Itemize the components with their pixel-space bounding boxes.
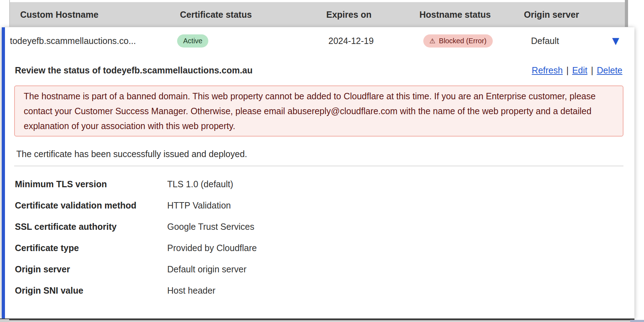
field-row-certificate-validation-method: Certificate validation method HTTP Valid… <box>15 195 620 216</box>
field-value: HTTP Validation <box>167 195 231 216</box>
vertical-scrollbar[interactable] <box>625 0 628 27</box>
hostname-status-badge: ⚠Blocked (Error) <box>423 34 493 48</box>
row-actions: Refresh|Edit|Delete <box>532 63 622 78</box>
collapse-row-caret-icon[interactable]: ▼ <box>612 32 619 50</box>
field-row-origin-sni-value: Origin SNI value Host header <box>15 280 620 301</box>
bottom-left-notch <box>0 319 9 322</box>
field-label: SSL certificate authority <box>15 216 167 237</box>
field-label: Certificate validation method <box>15 195 167 216</box>
banned-domain-alert-text: The hostname is part of a banned domain.… <box>24 91 595 131</box>
field-row-minimum-tls-version: Minimum TLS version TLS 1.0 (default) <box>15 173 620 195</box>
table-left-border <box>9 0 10 27</box>
field-value: Host header <box>167 280 215 301</box>
expanded-row-card: todeyefb.scammellauctions.co... Active 2… <box>2 27 634 318</box>
horizontal-scrollbar-thumb[interactable] <box>630 320 644 322</box>
certificate-status-badge: Active <box>177 34 208 48</box>
column-header-expires-on: Expires on <box>326 2 372 27</box>
field-value: Google Trust Services <box>167 216 254 237</box>
field-label: Origin server <box>15 259 167 280</box>
certificate-status-label: Active <box>183 37 202 45</box>
column-header-custom-hostname: Custom Hostname <box>20 2 98 27</box>
column-header-certificate-status: Certificate status <box>180 2 252 27</box>
row-custom-hostname: todeyefb.scammellauctions.co... <box>10 32 136 50</box>
field-label: Origin SNI value <box>15 280 167 301</box>
warning-icon: ⚠ <box>429 37 435 45</box>
column-header-hostname-status: Hostname status <box>419 2 491 27</box>
certificate-status-message: The certificate has been successfully is… <box>16 146 247 161</box>
delete-link[interactable]: Delete <box>597 65 622 75</box>
action-separator: | <box>566 65 569 75</box>
hostname-status-label: Blocked (Error) <box>439 37 486 45</box>
banned-domain-alert: The hostname is part of a banned domain.… <box>14 85 623 137</box>
page-bottom-strip <box>0 320 644 322</box>
certificate-properties: Minimum TLS version TLS 1.0 (default) Ce… <box>15 173 620 301</box>
custom-hostnames-page: Custom Hostname Certificate status Expir… <box>0 0 644 322</box>
refresh-link[interactable]: Refresh <box>532 65 563 75</box>
section-divider <box>14 166 623 166</box>
field-label: Minimum TLS version <box>15 173 167 195</box>
row-origin-server: Default <box>531 32 559 50</box>
field-label: Certificate type <box>15 237 167 259</box>
edit-link[interactable]: Edit <box>572 65 587 75</box>
row-expires-on: 2024-12-19 <box>328 32 374 50</box>
field-value: TLS 1.0 (default) <box>167 173 233 195</box>
detail-title: Review the status of todeyefb.scammellau… <box>15 63 253 78</box>
field-row-certificate-type: Certificate type Provided by Cloudflare <box>15 237 620 259</box>
field-row-ssl-certificate-authority: SSL certificate authority Google Trust S… <box>15 216 620 237</box>
field-value: Default origin server <box>167 259 247 280</box>
field-row-origin-server: Origin server Default origin server <box>15 259 620 280</box>
action-separator: | <box>591 65 593 75</box>
column-header-origin-server: Origin server <box>524 2 579 27</box>
field-value: Provided by Cloudflare <box>167 237 257 259</box>
